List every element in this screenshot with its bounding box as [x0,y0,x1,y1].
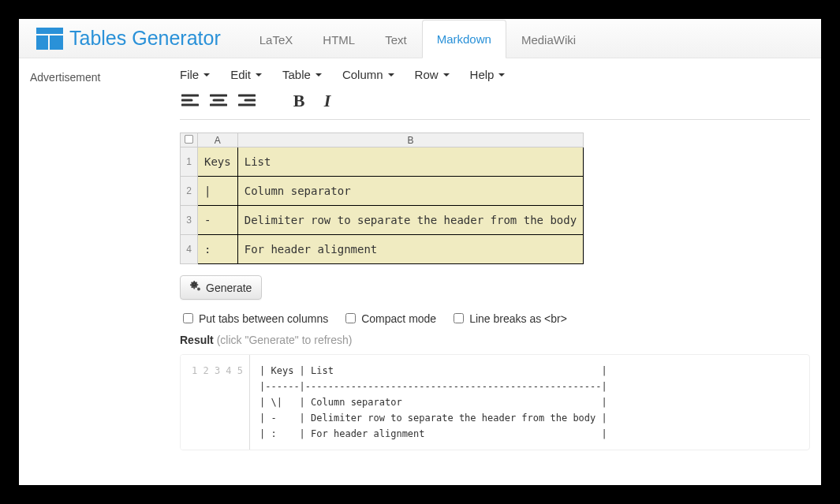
table-row: 4 : For header alignment [181,235,584,264]
table-row: 1 Keys List [181,147,584,177]
cell[interactable]: Column separator [237,177,583,206]
tab-markdown[interactable]: Markdown [422,20,506,58]
menu-column[interactable]: Column [342,68,394,81]
align-right-icon[interactable] [237,91,257,111]
code-gutter: 1 2 3 4 5 [181,355,250,450]
cell[interactable]: For header alignment [237,235,583,264]
menu-edit[interactable]: Edit [230,68,262,81]
caret-icon [203,73,210,77]
gears-icon [190,281,201,294]
tab-latex[interactable]: LaTeX [245,20,308,58]
cell[interactable]: Delimiter row to separate the header fro… [237,206,583,235]
caret-icon [256,73,262,77]
menu-bar: File Edit Table Column Row Help [180,66,810,88]
advertisement-label: Advertisement [30,71,100,84]
brand-logo-icon [36,28,63,50]
code-body[interactable]: | Keys | List | |------|----------------… [250,355,617,450]
menu-file[interactable]: File [180,68,210,81]
cell[interactable]: : [198,235,238,264]
top-nav: Tables Generator LaTeX HTML Text Markdow… [19,19,821,58]
caret-icon [388,73,394,77]
result-heading: Result (click "Generate" to refresh) [180,334,810,346]
italic-icon: I [324,91,331,111]
brand-text: Tables Generator [69,27,221,50]
ad-sidebar: Advertisement [30,66,180,450]
brand-link[interactable]: Tables Generator [27,19,230,58]
align-left-icon[interactable] [180,91,200,111]
italic-button[interactable]: I [317,91,338,111]
row-header[interactable]: 2 [181,177,198,206]
table-grid: A B 1 Keys List 2 | Column separator 3 [180,133,810,264]
svg-rect-1 [36,35,48,50]
caret-icon [498,73,505,77]
option-tabs-checkbox[interactable] [183,313,193,323]
row-header[interactable]: 1 [181,147,198,177]
result-hint: (click "Generate" to refresh) [217,334,353,346]
tab-html[interactable]: HTML [308,20,370,58]
option-compact-checkbox[interactable] [345,313,356,323]
generate-button[interactable]: Generate [180,275,262,300]
code-output[interactable]: 1 2 3 4 5 | Keys | List | |------|------… [180,354,810,450]
caret-icon [443,73,450,77]
option-br-checkbox[interactable] [454,313,464,323]
align-center-icon[interactable] [208,91,229,111]
column-header-a[interactable]: A [198,133,238,147]
format-toolbar: B I [180,88,810,120]
option-compact[interactable]: Compact mode [342,311,436,326]
table-row: 3 - Delimiter row to separate the header… [181,206,584,235]
grid-corner[interactable] [181,133,198,147]
output-options: Put tabs between columns Compact mode Li… [180,311,810,326]
tab-mediawiki[interactable]: MediaWiki [506,20,591,58]
cell[interactable]: Keys [198,147,238,177]
svg-rect-2 [50,35,63,50]
generate-label: Generate [206,282,252,294]
cell[interactable]: | [198,177,238,206]
table-row: 2 | Column separator [181,177,584,206]
menu-help[interactable]: Help [470,68,506,81]
cell[interactable]: - [198,206,238,235]
column-header-b[interactable]: B [237,133,583,147]
row-header[interactable]: 3 [181,206,198,235]
select-all-checkbox[interactable] [185,134,193,143]
option-br[interactable]: Line breaks as <br> [450,311,567,326]
format-tabs: LaTeX HTML Text Markdown MediaWiki [245,19,591,58]
svg-rect-0 [36,28,63,34]
bold-button[interactable]: B [289,91,309,111]
result-label: Result [180,334,214,346]
cell[interactable]: List [237,147,583,177]
row-header[interactable]: 4 [181,235,198,264]
bold-icon: B [293,91,305,111]
menu-table[interactable]: Table [282,68,322,81]
tab-text[interactable]: Text [370,20,422,58]
menu-row[interactable]: Row [415,68,450,81]
svg-point-12 [197,288,200,291]
option-tabs[interactable]: Put tabs between columns [180,311,328,326]
caret-icon [315,73,322,77]
